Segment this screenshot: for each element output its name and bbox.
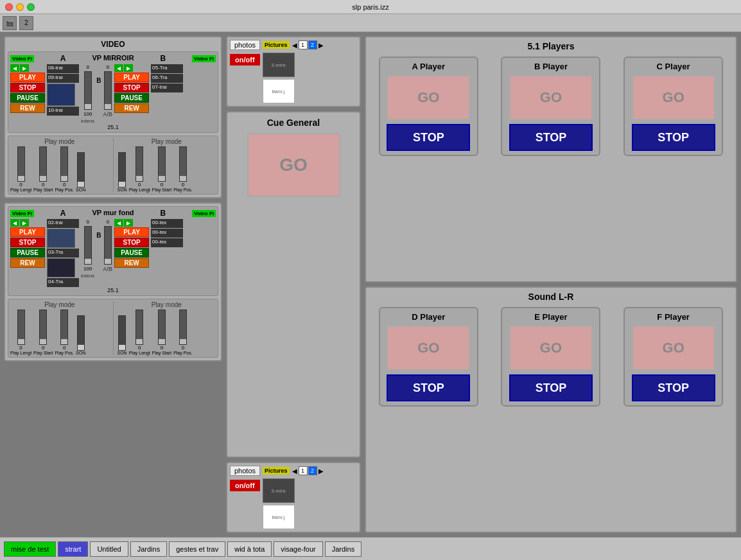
tab-strart[interactable]: strart: [58, 541, 88, 557]
btn-go-e[interactable]: GO: [509, 326, 593, 371]
slider-bar-b[interactable]: [84, 226, 92, 265]
track-item[interactable]: 05-Tra: [151, 64, 183, 73]
btn-stop-a[interactable]: STOP: [387, 124, 470, 151]
sbr4[interactable]: [179, 146, 187, 182]
btn-stop-e[interactable]: STOP: [509, 374, 593, 401]
sb4[interactable]: [77, 152, 85, 188]
btn-onoff-top[interactable]: on/off: [230, 54, 260, 66]
nav-prev-bottom[interactable]: ◀: [292, 468, 297, 475]
sbr-b4[interactable]: [179, 310, 187, 345]
arrow-right-btn-rb[interactable]: ▶: [124, 219, 133, 227]
btn-stop-d[interactable]: STOP: [387, 374, 470, 401]
btn-go-a[interactable]: GO: [387, 75, 470, 120]
pics-badge-bottom: Pictures: [263, 467, 290, 475]
tab-mise-de-test[interactable]: mise de test: [4, 541, 56, 557]
btn-stop-c[interactable]: STOP: [632, 124, 715, 151]
nav-num-1-b[interactable]: 1: [299, 466, 308, 475]
toolbar-icon-2[interactable]: 2: [19, 16, 33, 30]
btn-pause-right[interactable]: PAUSE: [114, 93, 149, 103]
sb-b3[interactable]: [60, 310, 68, 345]
btn-play-left[interactable]: PLAY: [10, 73, 45, 82]
btn-play-right-b[interactable]: PLAY: [114, 227, 149, 237]
vf-label-left-b: Video Fi: [10, 210, 34, 217]
sbr-b3[interactable]: [158, 310, 166, 345]
btn-go-b[interactable]: GO: [509, 75, 593, 120]
sbr-b2[interactable]: [135, 310, 143, 345]
arrow-left-btn-b[interactable]: ◀: [10, 219, 19, 227]
track-item[interactable]: 08-trai: [47, 64, 79, 73]
sbr1[interactable]: [118, 152, 126, 188]
sb-b1[interactable]: [17, 310, 25, 345]
btn-go-c[interactable]: GO: [632, 75, 715, 120]
btn-pause-left-b[interactable]: PAUSE: [10, 248, 45, 258]
btn-go-cue[interactable]: GO: [247, 133, 340, 197]
slr-b2: Play Lengt: [129, 351, 150, 355]
arrow-right-btn[interactable]: ▶: [20, 64, 29, 72]
btn-play-left-b[interactable]: PLAY: [10, 227, 45, 237]
arrow-left-btn[interactable]: ◀: [10, 64, 19, 72]
btn-stop-left[interactable]: STOP: [10, 83, 45, 92]
btn-rew-right-b[interactable]: REW: [114, 258, 149, 268]
minimize-button[interactable]: [16, 3, 24, 11]
btn-stop-left-b[interactable]: STOP: [10, 238, 45, 247]
btn-stop-f[interactable]: STOP: [632, 374, 715, 401]
arrow-right-btn-b[interactable]: ▶: [20, 219, 29, 227]
slider-bar[interactable]: [84, 71, 92, 110]
btn-rew-left-b[interactable]: REW: [10, 258, 45, 268]
btn-go-f[interactable]: GO: [632, 326, 715, 371]
toolbar-icon-1[interactable]: 🎬: [3, 16, 17, 30]
arrow-left-btn-r[interactable]: ◀: [114, 64, 123, 72]
player-card-c: C Player GO STOP: [623, 57, 723, 156]
maximize-button[interactable]: [27, 3, 35, 11]
sl1: Play Lengt: [10, 188, 31, 192]
btn-stop-b[interactable]: STOP: [509, 124, 593, 151]
slr2: Play Lengt: [129, 188, 150, 192]
btn-stop-right[interactable]: STOP: [114, 83, 149, 92]
sb-b2[interactable]: [39, 310, 47, 345]
slider-bar-rb[interactable]: [104, 226, 112, 265]
btn-stop-right-b[interactable]: STOP: [114, 238, 149, 247]
thumb-3mire-bottom: 3-mire: [263, 478, 295, 503]
sbr2[interactable]: [135, 146, 143, 182]
nav-next-top[interactable]: ▶: [318, 42, 324, 49]
tab-gestes[interactable]: gestes et trav: [169, 541, 225, 557]
sb3[interactable]: [60, 146, 68, 182]
track-item[interactable]: 07-trai: [151, 83, 183, 92]
btn-pause-right-b[interactable]: PAUSE: [114, 248, 149, 258]
nav-next-bottom[interactable]: ▶: [318, 468, 324, 475]
window-controls: [5, 3, 35, 11]
tab-jardins-1[interactable]: Jardins: [130, 541, 167, 557]
track-item[interactable]: 09-trai: [47, 74, 79, 83]
btn-play-right[interactable]: PLAY: [114, 73, 149, 82]
btn-onoff-bottom[interactable]: on/off: [230, 480, 260, 491]
track-item-b[interactable]: 02-trai: [47, 219, 79, 228]
nav-num-2-b[interactable]: 2: [308, 466, 317, 475]
track-item-b[interactable]: 04-Tra: [47, 278, 79, 287]
track-item-rb[interactable]: 00-tex: [151, 229, 183, 238]
sb1[interactable]: [17, 146, 25, 182]
nav-num-2[interactable]: 2: [308, 40, 317, 49]
btn-go-d[interactable]: GO: [387, 326, 470, 371]
btn-rew-right[interactable]: REW: [114, 103, 149, 113]
tab-visage[interactable]: visage-four: [274, 541, 322, 557]
sbr-b1[interactable]: [118, 315, 126, 351]
sbr3[interactable]: [158, 146, 166, 182]
nav-prev-top[interactable]: ◀: [292, 42, 297, 49]
track-item[interactable]: 10-trai: [47, 107, 79, 116]
tab-jardins-2[interactable]: Jardins: [325, 541, 362, 557]
arrow-right-btn-r[interactable]: ▶: [124, 64, 133, 72]
sb-b4[interactable]: [77, 315, 85, 351]
track-item-b[interactable]: 03-Tra: [47, 249, 79, 258]
arrow-left-btn-rb[interactable]: ◀: [114, 219, 123, 227]
sb2[interactable]: [39, 146, 47, 182]
tab-wid[interactable]: wid à tota: [227, 541, 272, 557]
track-item-rb[interactable]: 00-tex: [151, 219, 183, 228]
track-item-rb[interactable]: 00-tex: [151, 238, 183, 247]
btn-rew-left[interactable]: REW: [10, 103, 45, 113]
slider-bar-r[interactable]: [104, 71, 112, 110]
tab-untitled[interactable]: Untitled: [90, 541, 128, 557]
nav-num-1[interactable]: 1: [299, 40, 308, 49]
track-item[interactable]: 06-Tra: [151, 74, 183, 83]
btn-pause-left[interactable]: PAUSE: [10, 93, 45, 103]
close-button[interactable]: [5, 3, 13, 11]
